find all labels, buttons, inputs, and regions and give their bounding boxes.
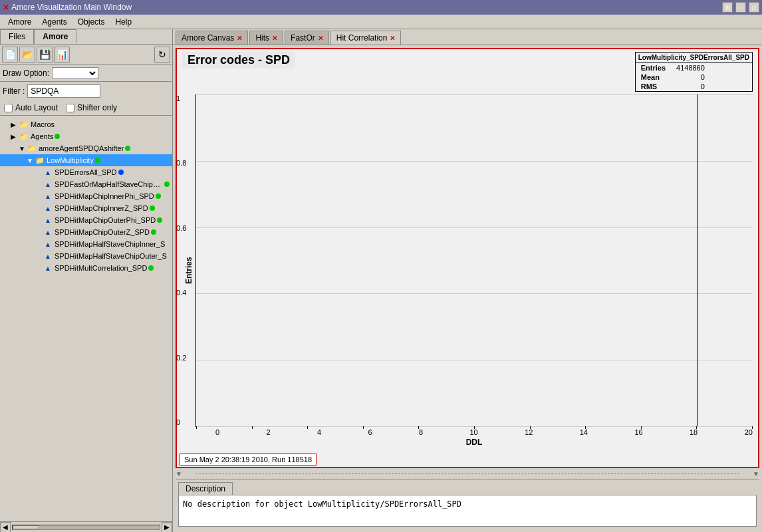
multcorr-indicator bbox=[148, 265, 154, 271]
minimize-btn[interactable]: ○ bbox=[735, 2, 746, 13]
stats-entries-row: Entries 4148860 bbox=[636, 63, 710, 72]
low-mult-indicator bbox=[95, 158, 100, 163]
settings-btn[interactable]: ⚙ bbox=[722, 2, 733, 13]
tree-item-low-mult[interactable]: ▼ 📁 LowMultiplicity bbox=[0, 154, 172, 166]
outerz-indicator bbox=[151, 229, 156, 235]
x-label-14: 14 bbox=[580, 428, 588, 436]
scroll-right-btn[interactable]: ▶ bbox=[162, 522, 172, 533]
new-button[interactable]: 📄 bbox=[2, 47, 18, 63]
close-hit-correlation[interactable]: ✕ bbox=[390, 35, 395, 42]
tree-item-spd-multcorr[interactable]: ▲ SPDHitMultCorrelation_SPD bbox=[0, 262, 172, 274]
save-button[interactable]: 💾 bbox=[37, 47, 53, 63]
tree-item-agents[interactable]: ▶ 📁 Agents bbox=[0, 130, 172, 142]
checkbox-area: Auto Layout Shifter only bbox=[0, 100, 172, 116]
filter-label: Filter : bbox=[3, 86, 25, 96]
entries-value: 4148860 bbox=[671, 63, 710, 72]
stats-rms-row: RMS 0 bbox=[636, 82, 710, 91]
x-label-6: 6 bbox=[368, 428, 372, 436]
timestamp: Sun May 2 20:38:19 2010, Run 118518 bbox=[180, 454, 317, 466]
x-label-18: 18 bbox=[690, 428, 698, 436]
draw-option-select[interactable] bbox=[52, 67, 98, 79]
agent-indicator bbox=[125, 146, 130, 151]
scroll-track[interactable] bbox=[12, 525, 160, 530]
outerphi-indicator bbox=[157, 217, 162, 223]
innerphi-indicator bbox=[156, 194, 161, 199]
tree-item-spd-innerphi[interactable]: ▲ SPDHitMapChipInnerPhi_SPD bbox=[0, 190, 172, 202]
agents-indicator bbox=[55, 134, 60, 139]
close-hits[interactable]: ✕ bbox=[272, 35, 277, 42]
timestamp-area: Sun May 2 20:38:19 2010, Run 118518 bbox=[177, 452, 758, 467]
tree-item-spd-halfouter[interactable]: ▲ SPDHitMapHalfStaveChipOuter_S bbox=[0, 250, 172, 262]
draw-option-label: Draw Option: bbox=[3, 68, 49, 78]
refresh-button[interactable]: ↻ bbox=[154, 47, 170, 63]
right-panel: Amore Canvas ✕ Hits ✕ FastOr ✕ Hit Corre… bbox=[173, 29, 762, 532]
x-ticks bbox=[196, 426, 753, 429]
close-amore-canvas[interactable]: ✕ bbox=[237, 35, 242, 42]
hist-icon-fastor: ▲ bbox=[43, 179, 53, 190]
x-label-8: 8 bbox=[419, 428, 423, 436]
folder-icon-agents: 📁 bbox=[19, 131, 29, 142]
entries-label: Entries bbox=[636, 63, 671, 72]
folder-icon: 📁 bbox=[19, 119, 29, 130]
filter-area: Filter : bbox=[0, 82, 172, 100]
separator-bar[interactable]: ▼ ▼ bbox=[176, 468, 759, 479]
toggle-macros: ▶ bbox=[11, 121, 19, 128]
folder-icon-agent: 📁 bbox=[27, 143, 37, 154]
tree-item-spd-outerz[interactable]: ▲ SPDHitMapChipOuterZ_SPD bbox=[0, 226, 172, 238]
mean-value: 0 bbox=[671, 72, 710, 82]
menu-objects[interactable]: Objects bbox=[72, 16, 110, 28]
graph-button[interactable]: 📊 bbox=[54, 47, 70, 63]
title-bar: ✕ Amore Visualization Main Window ⚙ ○ □ bbox=[0, 0, 762, 15]
tab-amore-canvas[interactable]: Amore Canvas ✕ bbox=[176, 31, 248, 45]
toggle-agents: ▶ bbox=[11, 133, 19, 140]
desc-content: No description for object LowMultiplicit… bbox=[178, 495, 757, 527]
menu-agents[interactable]: Agents bbox=[37, 16, 72, 28]
tree-item-spd-innerz[interactable]: ▲ SPDHitMapChipInnerZ_SPD bbox=[0, 202, 172, 214]
tree-item-spd-outerphi[interactable]: ▲ SPDHitMapChipOuterPhi_SPD bbox=[0, 214, 172, 226]
tab-hit-correlation[interactable]: Hit Correlation ✕ bbox=[330, 31, 402, 45]
hist-icon-halfouter: ▲ bbox=[43, 251, 53, 261]
x-axis-label: DDL bbox=[195, 438, 753, 447]
draw-option-area: Draw Option: bbox=[0, 65, 172, 82]
desc-panel: Description No description for object Lo… bbox=[176, 479, 759, 529]
tree-item-spd-halfinner[interactable]: ▲ SPDHitMapHalfStaveChipInner_S bbox=[0, 238, 172, 250]
stats-table: Entries 4148860 Mean 0 RMS 0 bbox=[636, 63, 710, 91]
stats-name: LowMultiplicity_SPDErrorsAll_SPD bbox=[636, 53, 752, 63]
toggle-agent: ▼ bbox=[19, 145, 27, 152]
open-button[interactable]: 📂 bbox=[19, 47, 35, 63]
tree-item-agent-spd[interactable]: ▼ 📁 amoreAgentSPDQAshifter bbox=[0, 142, 172, 154]
tab-files[interactable]: Files bbox=[0, 29, 34, 44]
tree-item-macros[interactable]: ▶ 📁 Macros bbox=[0, 118, 172, 130]
hist-icon-multcorr: ▲ bbox=[43, 263, 53, 273]
vertical-marker bbox=[697, 94, 698, 426]
innerz-indicator bbox=[150, 205, 155, 211]
title-bar-left: ✕ Amore Visualization Main Window bbox=[3, 3, 132, 12]
scroll-left-btn[interactable]: ◀ bbox=[0, 522, 11, 533]
tab-fastor[interactable]: FastOr ✕ bbox=[285, 31, 329, 45]
desc-tab[interactable]: Description bbox=[178, 482, 233, 495]
tree-item-spd-fastor[interactable]: ▲ SPDFastOrMapHalfStaveChip_SP bbox=[0, 178, 172, 190]
maximize-btn[interactable]: □ bbox=[749, 2, 759, 13]
x-icon: ✕ bbox=[3, 3, 9, 12]
rms-value: 0 bbox=[671, 82, 710, 91]
menu-help[interactable]: Help bbox=[110, 16, 137, 28]
plot-title: Error codes - SPD bbox=[182, 52, 295, 68]
x-label-4: 4 bbox=[317, 428, 321, 436]
mean-label: Mean bbox=[636, 72, 671, 82]
tree-item-spd-errors[interactable]: ▲ SPDErrorsAll_SPD bbox=[0, 166, 172, 178]
menu-amore[interactable]: Amore bbox=[3, 16, 37, 28]
canvas-area: Error codes - SPD LowMultiplicity_SPDErr… bbox=[173, 45, 762, 532]
auto-layout-checkbox[interactable]: Auto Layout bbox=[4, 103, 58, 112]
toolbar: 📄 📂 💾 📊 ↻ bbox=[0, 45, 172, 65]
close-fastor[interactable]: ✕ bbox=[318, 35, 323, 42]
hist-icon-halfinner: ▲ bbox=[43, 239, 53, 249]
chart-area: 1 0.8 0.6 0.4 0.2 0 bbox=[195, 94, 753, 447]
toggle-low-mult: ▼ bbox=[27, 157, 35, 164]
shifter-only-checkbox[interactable]: Shifter only bbox=[66, 103, 117, 112]
tab-amore[interactable]: Amore bbox=[34, 29, 76, 44]
canvas-tabs: Amore Canvas ✕ Hits ✕ FastOr ✕ Hit Corre… bbox=[173, 29, 762, 45]
left-scrollbar: ◀ ▶ bbox=[0, 521, 172, 532]
filter-input[interactable] bbox=[27, 84, 100, 98]
plot-frame: Error codes - SPD LowMultiplicity_SPDErr… bbox=[176, 48, 759, 468]
tab-hits[interactable]: Hits ✕ bbox=[249, 31, 283, 45]
